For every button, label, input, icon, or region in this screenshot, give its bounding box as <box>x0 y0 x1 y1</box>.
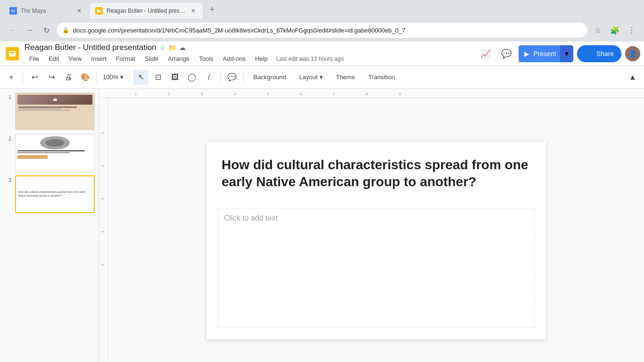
shapes-button[interactable]: ◯ <box>184 70 199 85</box>
undo-button[interactable]: ↩ <box>27 70 42 85</box>
share-button[interactable]: 👤 Share <box>577 45 621 62</box>
menu-view[interactable]: View <box>64 53 86 64</box>
transition-button[interactable]: Transition <box>363 70 401 85</box>
collapse-toolbar-button[interactable]: ▲ <box>625 70 640 85</box>
tab-icon-maya: M <box>9 7 17 15</box>
forward-button[interactable]: → <box>23 24 36 37</box>
svg-text:9: 9 <box>399 92 401 96</box>
title-area: Reagan Butler - Untitled presentation ☆ … <box>25 43 473 64</box>
tab-icon-slides: ▶ <box>95 7 103 15</box>
slide-preview-2[interactable] <box>15 134 95 172</box>
background-button[interactable]: Background <box>248 70 291 85</box>
svg-text:1: 1 <box>135 92 137 96</box>
slide-3-preview-text: How did cultural characteristics spread … <box>18 190 92 198</box>
url-bar[interactable]: 🔒 docs.google.com/presentation/d/1NrbCmC… <box>57 23 587 38</box>
theme-button[interactable]: Theme <box>330 70 361 85</box>
refresh-button[interactable]: ↻ <box>40 24 53 37</box>
svg-text:4: 4 <box>100 230 105 233</box>
add-text-placeholder[interactable]: Click to add text <box>224 214 278 222</box>
app-menu: File Edit View Insert Format Slide Arran… <box>25 53 473 64</box>
menu-insert[interactable]: Insert <box>86 53 111 64</box>
comment-button[interactable]: 💬 <box>498 45 515 62</box>
tab-close-slides[interactable]: ✕ <box>190 7 197 15</box>
redo-button[interactable]: ↪ <box>44 70 59 85</box>
menu-arrange[interactable]: Arrange <box>163 53 194 64</box>
tab-close-maya[interactable]: ✕ <box>75 7 83 15</box>
share-icon: 👤 <box>585 50 593 58</box>
slide-preview-3[interactable]: How did cultural characteristics spread … <box>15 175 95 213</box>
toolbar: + ↩ ↪ 🖨 🎨 100% ▾ ↖ ⊡ 🖼 ◯ / 💬 Background … <box>0 66 644 89</box>
svg-text:5: 5 <box>267 92 269 96</box>
svg-text:3: 3 <box>201 92 203 96</box>
slide-content-area[interactable]: Click to add text <box>218 208 535 328</box>
zoom-button[interactable]: 100% ▾ <box>101 70 125 85</box>
divider-1 <box>23 72 23 83</box>
analytics-button[interactable]: 📈 <box>477 45 494 62</box>
url-text: docs.google.com/presentation/d/1NrbCmC95… <box>73 27 582 34</box>
menu-help[interactable]: Help <box>250 53 272 64</box>
menu-slide[interactable]: Slide <box>140 53 163 64</box>
app-title[interactable]: Reagan Butler - Untitled presentation <box>25 43 157 52</box>
last-edit-text[interactable]: Last edit was 13 hours ago <box>276 56 344 62</box>
menu-format[interactable]: Format <box>111 53 140 64</box>
vertical-ruler: 1 2 3 4 5 <box>99 98 108 362</box>
menu-file[interactable]: File <box>25 53 44 64</box>
title-row: Reagan Butler - Untitled presentation ☆ … <box>25 43 473 52</box>
new-tab-button[interactable]: + <box>206 3 219 16</box>
lines-button[interactable]: / <box>201 70 216 85</box>
print-button[interactable]: 🖨 <box>61 70 76 85</box>
comment-toolbar-button[interactable]: 💬 <box>224 70 239 85</box>
menu-edit[interactable]: Edit <box>44 53 64 64</box>
divider-4 <box>220 72 221 83</box>
slide-thumb-1[interactable]: 1 🏔 <box>4 92 95 130</box>
present-button-group: ▶ Theme Present ▾ <box>519 45 573 62</box>
address-bar: ← → ↻ 🔒 docs.google.com/presentation/d/1… <box>0 19 644 41</box>
slide-thumb-3[interactable]: 3 How did cultural characteristics sprea… <box>4 175 95 213</box>
tab-slides[interactable]: ▶ Reagan Butler - Untitled presenta... ✕ <box>90 3 203 19</box>
slide-area: 1 2 3 4 5 6 7 8 9 1 2 3 <box>99 89 644 362</box>
svg-text:5: 5 <box>100 263 105 266</box>
lock-icon: 🔒 <box>62 27 69 33</box>
star-icon[interactable]: ☆ <box>159 44 165 51</box>
back-button[interactable]: ← <box>6 24 19 37</box>
zoom-value: 100% <box>103 74 118 81</box>
slide-thumb-2[interactable]: 2 <box>4 134 95 172</box>
svg-rect-3 <box>10 53 14 54</box>
browser-chrome: M The Maya ✕ ▶ Reagan Butler - Untitled … <box>0 0 644 41</box>
menu-addons[interactable]: Add-ons <box>218 53 250 64</box>
text-box-button[interactable]: ⊡ <box>150 70 165 85</box>
divider-5 <box>243 72 244 83</box>
slide-preview-1[interactable]: 🏔 <box>15 92 95 130</box>
theme-label: Theme <box>336 74 355 81</box>
more-menu-button[interactable]: ⋮ <box>625 24 638 37</box>
app-header: Reagan Butler - Untitled presentation ☆ … <box>0 41 644 66</box>
cloud-icon[interactable]: ☁ <box>179 44 186 51</box>
layout-button[interactable]: Layout ▾ <box>294 70 329 85</box>
present-icon: ▶ <box>524 50 529 58</box>
tab-maya[interactable]: M The Maya ✕ <box>4 3 89 19</box>
folder-icon[interactable]: 📁 <box>168 44 176 51</box>
zoom-dropdown-icon: ▾ <box>120 74 124 81</box>
app-container: Reagan Butler - Untitled presentation ☆ … <box>0 41 644 362</box>
slides-logo <box>4 45 21 62</box>
add-button[interactable]: + <box>4 70 19 85</box>
divider-2 <box>97 72 97 83</box>
slide-title[interactable]: How did cultural characteristics spread … <box>222 156 531 191</box>
slide-title-container[interactable]: How did cultural characteristics spread … <box>218 153 535 202</box>
present-dropdown-button[interactable]: ▾ <box>560 45 573 62</box>
select-tool[interactable]: ↖ <box>133 70 149 85</box>
user-avatar[interactable]: 👤 <box>625 46 640 61</box>
menu-tools[interactable]: Tools <box>194 53 218 64</box>
svg-text:8: 8 <box>366 92 368 96</box>
paint-format-button[interactable]: 🎨 <box>78 70 93 85</box>
extension-button[interactable]: 🧩 <box>608 24 621 37</box>
present-button[interactable]: ▶ Theme Present <box>519 45 561 62</box>
bookmark-button[interactable]: ☆ <box>591 24 604 37</box>
slide-num-2: 2 <box>4 136 11 141</box>
image-button[interactable]: 🖼 <box>167 70 182 85</box>
svg-text:2: 2 <box>168 92 170 96</box>
slides-panel: 1 🏔 <box>0 89 99 362</box>
transition-label: Transition <box>368 74 395 81</box>
layout-label: Layout <box>299 74 318 81</box>
divider-3 <box>129 72 130 83</box>
